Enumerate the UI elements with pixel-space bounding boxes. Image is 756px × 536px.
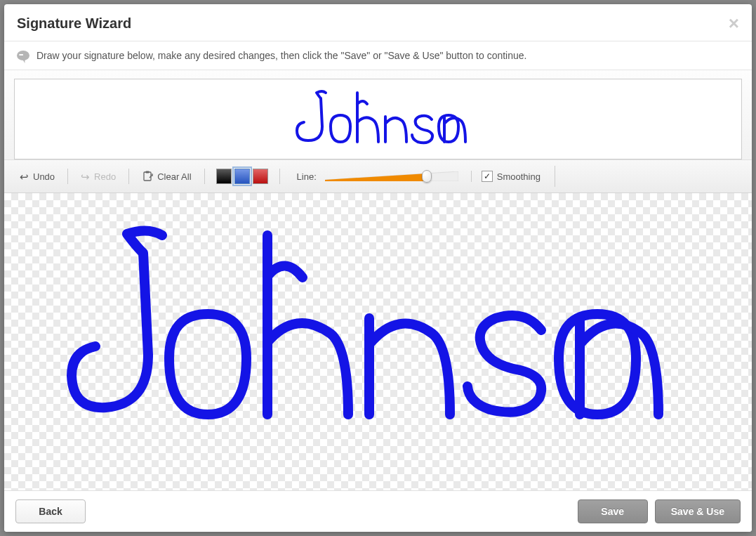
separator	[204, 169, 205, 184]
save-and-use-button[interactable]: Save & Use	[655, 499, 741, 523]
redo-icon: ↪	[81, 171, 90, 182]
line-thickness-slider[interactable]	[325, 169, 458, 184]
svg-marker-3	[325, 174, 427, 181]
chat-bubble-icon	[17, 51, 29, 60]
drawing-toolbar: ↩ Undo ↪ Redo Clear All Line:	[4, 159, 752, 193]
separator	[279, 169, 280, 184]
back-button[interactable]: Back	[15, 499, 86, 523]
redo-button[interactable]: ↪ Redo	[75, 169, 121, 185]
smoothing-control: ✓ Smoothing	[471, 171, 541, 182]
undo-label: Undo	[33, 171, 55, 182]
instruction-text: Draw your signature below, make any desi…	[37, 50, 526, 61]
separator	[67, 169, 68, 184]
clear-all-button[interactable]: Clear All	[136, 168, 197, 185]
signature-canvas[interactable]	[4, 193, 752, 490]
smoothing-checkbox[interactable]: ✓	[482, 171, 493, 182]
signature-drawing-svg	[4, 193, 748, 453]
smoothing-label: Smoothing	[497, 171, 541, 182]
save-button[interactable]: Save	[578, 499, 648, 523]
clear-label: Clear All	[157, 171, 191, 182]
separator	[128, 169, 129, 184]
redo-label: Redo	[94, 171, 116, 182]
color-swatch-red[interactable]	[253, 169, 268, 184]
modal-title: Signature Wizard	[17, 15, 131, 32]
signature-preview-box	[14, 79, 742, 159]
slider-track	[325, 171, 458, 181]
modal-footer: Back Save Save & Use	[4, 490, 752, 532]
color-swatch-black[interactable]	[216, 169, 232, 184]
close-icon[interactable]: ×	[729, 14, 739, 32]
instruction-bar: Draw your signature below, make any desi…	[4, 41, 752, 70]
slider-thumb[interactable]	[422, 170, 432, 183]
undo-button[interactable]: ↩ Undo	[14, 169, 60, 185]
modal-header: Signature Wizard ×	[4, 4, 752, 41]
color-swatch-blue[interactable]	[234, 169, 250, 184]
color-swatches	[212, 169, 272, 184]
clipboard-clear-icon	[142, 171, 153, 182]
line-thickness-label: Line:	[297, 171, 317, 182]
preview-area	[4, 70, 752, 159]
svg-rect-0	[144, 172, 151, 181]
separator	[555, 166, 555, 187]
undo-icon: ↩	[20, 171, 29, 182]
signature-preview-svg	[287, 84, 470, 155]
signature-wizard-modal: Signature Wizard × Draw your signature b…	[4, 4, 752, 532]
svg-rect-1	[146, 171, 150, 174]
